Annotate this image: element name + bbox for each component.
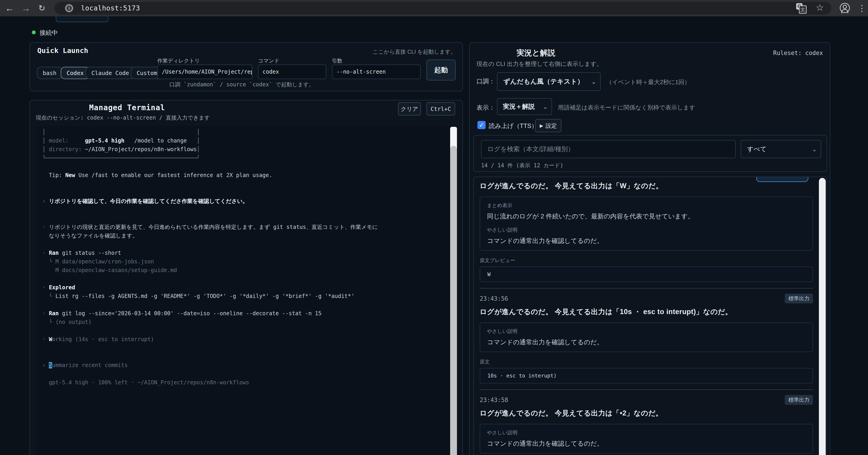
terminal-line — [42, 180, 378, 188]
explain-label: やさしい説明 — [487, 227, 806, 233]
tone-select[interactable]: ずんだもん風（テキスト） ⌄ — [497, 72, 601, 91]
source-box: W — [480, 267, 813, 282]
tts-checkbox[interactable]: ✓ — [477, 121, 486, 129]
terminal-line: └ List rg --files -g AGENTS.md -g 'READM… — [42, 292, 378, 300]
managed-terminal-panel: Managed Terminal 現在のセッション: codex --no-al… — [30, 100, 463, 455]
terminal-line — [42, 240, 378, 249]
card-timestamp: 23:43:58 — [480, 397, 508, 403]
terminal-output[interactable]: │ ││ model: gpt-5.4 high /model to chang… — [42, 128, 378, 387]
log-card[interactable]: 23:43:56標準出力ログが進んでるのだ。 今見えてる出力は「10s ・ es… — [480, 294, 813, 390]
preset-bash-button[interactable]: bash — [37, 67, 62, 79]
card-divider — [480, 288, 813, 289]
terminal-line: · Explored — [42, 283, 378, 292]
browser-toolbar: ← → ↻ i localhost:5173 G 文 ☆ ⋮ — [0, 0, 868, 17]
url-text[interactable]: localhost:5173 — [81, 4, 140, 12]
address-bar[interactable] — [55, 2, 831, 14]
terminal-line: M docs/openclaw-casaos/setup-guide.md — [42, 266, 378, 274]
terminal-line: › リポジトリを確認して、今日の作業を確認してくださ作業を確認してください。 — [42, 197, 378, 205]
card-detail-box: やさしい説明コマンドの通常出力を確認してるのだ。 — [480, 424, 813, 453]
cwd-input[interactable]: /Users/home/AION_Project/repos/n8n-workf… — [157, 65, 252, 79]
log-count: 14 / 14 件 (表示 12 カード) — [481, 162, 563, 169]
filter-select-value: すべて — [747, 145, 767, 154]
play-icon: ▶ — [540, 123, 543, 128]
terminal-line — [42, 352, 378, 361]
cwd-label: 作業ディレクトリ — [157, 57, 200, 64]
display-note: 用語補足は表示モードに関係なく別枠で表示します — [558, 104, 695, 111]
source-box: 10s · esc to interupt) — [480, 368, 813, 383]
browser-menu-icon[interactable]: ⋮ — [858, 3, 866, 13]
reload-icon[interactable]: ↻ — [35, 0, 49, 17]
commentary-title: 実況と解説 — [517, 48, 555, 58]
explain-text: コマンドの通常出力を確認してるのだ。 — [487, 439, 806, 448]
terminal-line — [42, 326, 378, 335]
preset-claude-code-button[interactable]: Claude Code — [86, 67, 135, 79]
tone-select-value: ずんだもん風（テキスト） — [503, 77, 584, 86]
log-list[interactable]: ログが進んでるのだ。 今見えてる出力は「W」なのだ。まとめ表示同じ流れのログが … — [473, 176, 827, 455]
log-filter-select[interactable]: すべて ⌄ — [741, 140, 821, 158]
terminal-line: gpt-5.4 high · 100% left · ~/AION_Projec… — [42, 378, 378, 387]
card-detail-box: やさしい説明コマンドの通常出力を確認してるのだ。 — [480, 323, 813, 352]
launch-button[interactable]: 起動 — [427, 60, 456, 80]
ruleset-label: Ruleset: codex — [773, 50, 823, 56]
terminal-line: · Ran git log --since='2026-03-14 00:00'… — [42, 309, 378, 318]
tone-note: （イベント時＋最大2秒に1回） — [606, 78, 690, 86]
forward-icon[interactable]: → — [19, 0, 33, 17]
bookmark-star-icon[interactable]: ☆ — [816, 2, 824, 13]
chevron-down-icon: ⌄ — [812, 145, 817, 153]
back-icon[interactable]: ← — [2, 0, 17, 17]
chevron-down-icon: ⌄ — [543, 103, 548, 110]
display-select[interactable]: 実況＋解説 ⌄ — [497, 98, 552, 115]
log-search-input[interactable]: ログを検索（本文/詳細/種別） — [481, 140, 736, 158]
card-headline: ログが進んでるのだ。 今見えてる出力は「W」なのだ。 — [480, 181, 813, 191]
terminal-line: └ (no output) — [42, 318, 378, 326]
terminal-line: │ │ — [42, 128, 378, 136]
commentary-panel: 実況と解説 Ruleset: codex 現在の CLI 出力を整理して右側に表… — [469, 42, 830, 455]
terminal-line — [42, 369, 378, 378]
card-divider — [480, 389, 813, 390]
explain-label: やさしい説明 — [487, 328, 806, 335]
args-label: 引数 — [332, 57, 342, 64]
cutoff-top-button[interactable] — [56, 17, 108, 22]
jump-to-latest-button[interactable] — [756, 176, 808, 182]
terminal-line — [42, 205, 378, 214]
card-headline: ログが進んでるのだ。 今見えてる出力は「10s ・ esc to interup… — [480, 307, 813, 317]
terminal-line — [42, 214, 378, 223]
source-label: 原文 — [480, 358, 813, 365]
tone-label: 口調： — [476, 77, 495, 86]
commentary-subtitle: 現在の CLI 出力を整理して右側に表示します。 — [476, 60, 602, 68]
explain-label: やさしい説明 — [487, 429, 806, 436]
quick-launch-title: Quick Launch — [37, 46, 88, 55]
log-card[interactable]: ログが進んでるのだ。 今見えてる出力は「W」なのだ。まとめ表示同じ流れのログが … — [480, 181, 813, 289]
tts-settings-button[interactable]: ▶ 設定 — [535, 119, 561, 132]
terminal-scrollbar-thumb[interactable] — [450, 146, 457, 455]
log-card[interactable]: 23:43:58標準出力ログが進んでるのだ。 今見えてる出力は「•2」なのだ。や… — [480, 395, 813, 455]
quick-launch-footer: 口調 `zundamon` / source `codex` で起動します。 — [169, 81, 314, 88]
log-search-card: ログを検索（本文/詳細/種別） すべて ⌄ 14 / 14 件 (表示 12 カ… — [473, 135, 827, 172]
terminal-line: › Summarize recent commits — [42, 361, 378, 369]
terminal-line: Tip: New Use /fast to enable our fastest… — [42, 171, 378, 180]
terminal-line: └ M data/openclaw/cron-jobs.json — [42, 257, 378, 266]
explain-text: コマンドの通常出力を確認してるのだ。 — [487, 338, 806, 347]
profile-avatar-icon[interactable] — [840, 3, 850, 13]
terminal-clear-button[interactable]: クリア — [398, 102, 421, 116]
args-input[interactable]: --no-alt-screen — [332, 65, 421, 79]
chevron-down-icon: ⌄ — [591, 78, 596, 86]
terminal-line: なりそうなファイルを確認します。 — [42, 231, 378, 240]
card-headline: ログが進んでるのだ。 今見えてる出力は「•2」なのだ。 — [480, 409, 813, 418]
terminal-line: ╰───────────────────────────────────────… — [42, 154, 378, 162]
terminal-line — [42, 162, 378, 171]
terminal-line: │ model: gpt-5.4 high /model to change │ — [42, 136, 378, 145]
terminal-screen[interactable]: │ ││ model: gpt-5.4 high /model to chang… — [36, 126, 457, 455]
connection-status-dot — [32, 30, 36, 34]
card-detail-box: まとめ表示同じ流れのログが 2 件続いたので、最新の内容を代表で見せています。や… — [480, 197, 813, 251]
display-select-value: 実況＋解説 — [503, 102, 535, 111]
summary-label: まとめ表示 — [487, 202, 806, 209]
terminal-ctrlc-button[interactable]: Ctrl+C — [427, 102, 455, 116]
translate-icon[interactable]: G 文 — [796, 3, 807, 13]
command-input[interactable]: codex — [258, 65, 326, 79]
site-info-icon[interactable]: i — [65, 4, 74, 13]
terminal-line — [42, 344, 378, 352]
log-scrollbar-thumb[interactable] — [819, 178, 826, 455]
spacer — [487, 221, 806, 227]
quick-launch-panel: Quick Launch ここから直接 CLI を起動します。 bash Cod… — [30, 42, 463, 91]
